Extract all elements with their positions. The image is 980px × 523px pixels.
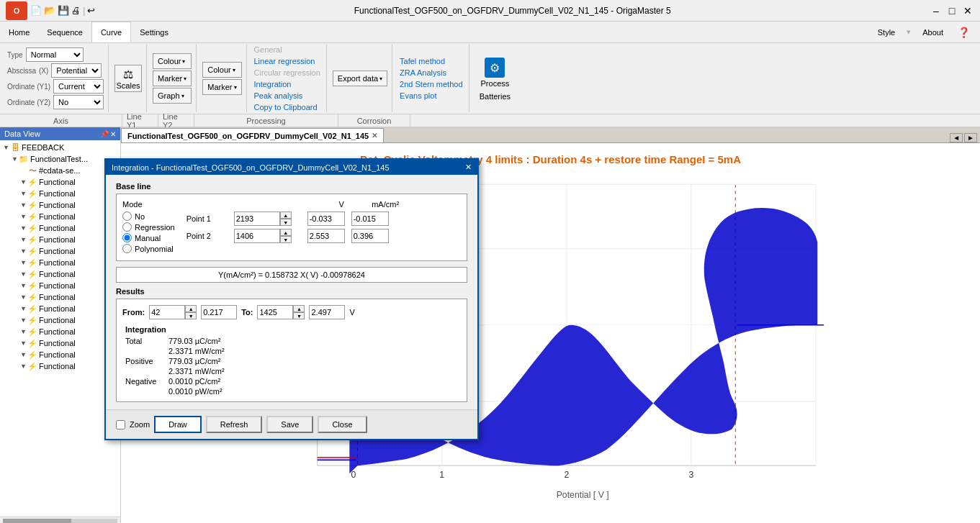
help-icon[interactable]: ❓ — [953, 25, 974, 40]
point1-up-btn[interactable]: ▲ — [280, 212, 292, 219]
point2-ma-input[interactable] — [351, 229, 389, 243]
integration-link[interactable]: Integration — [253, 79, 322, 89]
list-item[interactable]: ▼ ⚡ Functional — [1, 360, 119, 372]
list-item[interactable]: ▼ ⚡ Functional — [1, 337, 119, 349]
point2-down-btn[interactable]: ▼ — [280, 236, 292, 243]
list-item[interactable]: ▼ ⚡ Functional — [1, 245, 119, 257]
list-item[interactable]: ▼ ⚡ Functional — [1, 199, 119, 211]
scrollbar-thumb[interactable] — [3, 519, 71, 524]
print-icon[interactable]: 🖨 — [71, 5, 81, 16]
list-item[interactable]: ▼ ⚡ Functional — [1, 234, 119, 245]
to-up-btn[interactable]: ▲ — [293, 305, 305, 312]
tab-scroll-left[interactable]: ◄ — [950, 133, 963, 142]
sidebar-close-icon[interactable]: ✕ — [110, 130, 116, 138]
point1-ma-input[interactable] — [351, 212, 389, 226]
tafel-link[interactable]: Tafel method — [398, 56, 464, 66]
tree-root[interactable]: ▼ 🗄 FEEDBACK — [1, 142, 119, 153]
minimize-button[interactable]: – — [930, 4, 943, 17]
process-button[interactable]: ⚙ Process — [475, 56, 516, 89]
sidebar-pin-icon[interactable]: 📌 — [100, 130, 109, 138]
close-button[interactable]: ✕ — [961, 4, 974, 17]
colour1-button[interactable]: Colour ▾ — [153, 53, 192, 69]
to-v-input[interactable] — [309, 305, 345, 319]
list-item[interactable]: ▼ ⚡ Functional — [1, 280, 119, 291]
type-select[interactable]: Normal — [26, 47, 84, 62]
tree-child[interactable]: ▼ 📁 FunctionalTest... — [1, 153, 119, 165]
new-icon[interactable]: 📄 — [30, 5, 42, 16]
point2-v-input[interactable] — [307, 229, 345, 243]
sidebar-scrollbar[interactable] — [0, 517, 120, 523]
point1-input[interactable] — [234, 212, 280, 226]
menu-settings[interactable]: Settings — [131, 22, 177, 42]
evans-link[interactable]: Evans plot — [398, 91, 464, 101]
copy-clipboard-link[interactable]: Copy to Clipboard — [253, 102, 322, 112]
list-item[interactable]: ▼ ⚡ Functional — [1, 188, 119, 199]
point1-down-btn[interactable]: ▼ — [280, 219, 292, 226]
zoom-checkbox[interactable] — [116, 420, 125, 429]
tree-cdata[interactable]: 〜 #cdata-se... — [1, 165, 119, 176]
menu-sequence[interactable]: Sequence — [38, 22, 91, 42]
scrollbar-track[interactable] — [3, 519, 117, 524]
radio-manual[interactable] — [122, 233, 132, 242]
list-item[interactable]: ▼ ⚡ Functional — [1, 314, 119, 326]
list-item[interactable]: ▼ ⚡ Functional — [1, 211, 119, 222]
ordinate-y1-select[interactable]: Current — [53, 79, 104, 94]
line-y1-section-label: Line Y1 — [122, 114, 158, 127]
export-data-button[interactable]: Export data ▾ — [333, 71, 387, 86]
list-item[interactable]: ▼ ⚡ Functional — [1, 291, 119, 303]
linear-regression-link[interactable]: Linear regression — [253, 56, 322, 66]
list-item[interactable]: ▼ ⚡ Functional — [1, 303, 119, 314]
scales-button[interactable]: ⚖ Scales — [114, 65, 142, 92]
save-icon[interactable]: 💾 — [58, 5, 69, 16]
sidebar-tree[interactable]: ▼ 🗄 FEEDBACK ▼ 📁 FunctionalTest... 〜 #cd… — [0, 140, 120, 517]
to-input[interactable] — [257, 305, 293, 319]
child-expand[interactable]: ▼ — [12, 155, 19, 163]
root-expand[interactable]: ▼ — [3, 144, 10, 151]
list-item[interactable]: ▼ ⚡ Functional — [1, 222, 119, 234]
stern-link[interactable]: 2nd Stern method — [398, 79, 464, 89]
tab-scroll-right[interactable]: ► — [964, 133, 977, 142]
colour2-button[interactable]: Colour ▾ — [202, 62, 241, 78]
ordinate-y2-select[interactable]: No — [53, 95, 104, 109]
tab-close-icon[interactable]: ✕ — [372, 132, 377, 140]
svg-text:1: 1 — [439, 470, 444, 480]
list-item[interactable]: ▼ ⚡ Functional — [1, 349, 119, 360]
maximize-button[interactable]: □ — [945, 4, 958, 17]
list-item[interactable]: ▼ ⚡ Functional — [1, 326, 119, 337]
point1-v-input[interactable] — [307, 212, 345, 226]
graph-button[interactable]: Graph ▾ — [153, 88, 192, 104]
style-link[interactable]: Style — [873, 27, 899, 38]
menu-home[interactable]: Home — [0, 22, 38, 42]
open-icon[interactable]: 📂 — [44, 5, 55, 16]
corrosion-col: Tafel method ZRA Analysis 2nd Stern meth… — [398, 56, 464, 101]
main-tab[interactable]: FunctionalTest_OGF500_on_OGFDRV_DummyCel… — [121, 128, 384, 142]
from-v-input[interactable] — [201, 305, 237, 319]
from-down-btn[interactable]: ▼ — [185, 312, 197, 319]
refresh-button[interactable]: Refresh — [206, 416, 263, 433]
radio-regression[interactable] — [122, 222, 132, 232]
circular-regression-link[interactable]: Circular regression — [253, 68, 322, 78]
about-link[interactable]: About — [918, 27, 948, 38]
marker2-button[interactable]: Marker ▾ — [202, 79, 241, 95]
draw-button[interactable]: Draw — [154, 416, 202, 433]
point2-input[interactable] — [234, 229, 280, 243]
close-button[interactable]: Close — [318, 416, 367, 433]
general-link[interactable]: General — [253, 45, 322, 55]
peak-analysis-link[interactable]: Peak analysis — [253, 91, 322, 101]
zra-link[interactable]: ZRA Analysis — [398, 68, 464, 78]
list-item[interactable]: ▼ ⚡ Functional — [1, 176, 119, 188]
list-item[interactable]: ▼ ⚡ Functional — [1, 257, 119, 268]
save-button[interactable]: Save — [266, 416, 313, 433]
to-down-btn[interactable]: ▼ — [293, 312, 305, 319]
marker1-button[interactable]: Marker ▾ — [153, 71, 192, 86]
radio-polynomial[interactable] — [122, 244, 132, 253]
menu-curve[interactable]: Curve — [91, 22, 131, 42]
point2-up-btn[interactable]: ▲ — [280, 229, 292, 236]
radio-no[interactable] — [122, 212, 132, 221]
undo-icon[interactable]: ↩ — [87, 5, 95, 16]
list-item[interactable]: ▼ ⚡ Functional — [1, 268, 119, 280]
from-input[interactable] — [149, 305, 185, 319]
from-up-btn[interactable]: ▲ — [185, 305, 197, 312]
abscissa-select[interactable]: Potential — [51, 63, 102, 78]
dialog-close-icon[interactable]: ✕ — [465, 163, 472, 172]
